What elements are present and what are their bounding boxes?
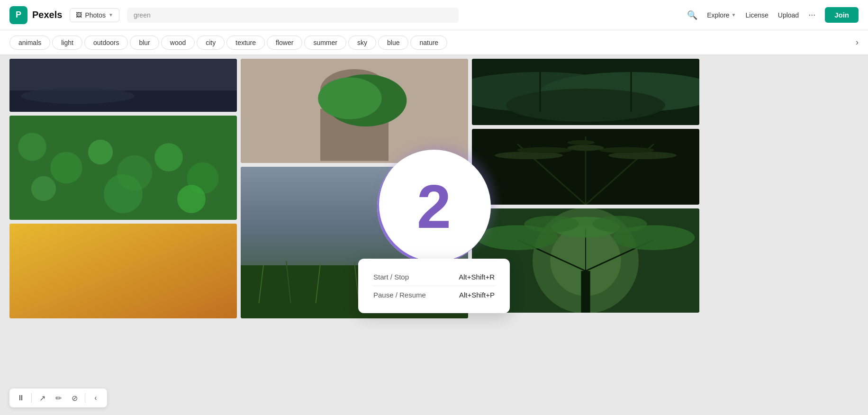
svg-point-2	[21, 88, 135, 104]
tags-next-arrow[interactable]: ›	[856, 37, 859, 47]
tag-animals[interactable]: animals	[9, 36, 50, 50]
image-person-plant[interactable]	[241, 59, 468, 163]
image-green-trees[interactable]	[472, 208, 699, 313]
eraser-icon: ⊘	[72, 394, 78, 403]
tag-blur[interactable]: blur	[130, 36, 159, 50]
tag-blue[interactable]: blue	[378, 36, 408, 50]
search-query: green	[134, 11, 151, 19]
image-grass-field[interactable]	[241, 167, 468, 318]
pen-icon: ✏	[55, 394, 62, 403]
svg-point-18	[318, 78, 381, 119]
photos-label: Photos	[85, 11, 106, 19]
pen-tool-button[interactable]: ✏	[52, 391, 65, 405]
col-3	[472, 59, 699, 411]
tag-wood[interactable]: wood	[161, 36, 195, 50]
tag-light[interactable]: light	[52, 36, 82, 50]
tags-row: animals light outdoors blur wood city te…	[0, 30, 868, 55]
explore-label: Explore	[707, 11, 729, 19]
eraser-tool-button[interactable]: ⊘	[68, 391, 81, 405]
image-banana-leaves[interactable]	[472, 59, 699, 125]
svg-rect-48	[581, 271, 590, 313]
tag-texture[interactable]: texture	[226, 36, 265, 50]
image-yellow-warm[interactable]	[9, 224, 237, 318]
logo-name: Pexels	[32, 9, 62, 20]
svg-point-40	[517, 147, 572, 153]
main-grid: 2 Start / Stop Alt+Shift+R Pause / Resum…	[0, 55, 868, 415]
explore-chevron-icon: ▼	[732, 12, 736, 18]
col-2	[241, 59, 468, 411]
svg-point-5	[50, 152, 82, 183]
svg-point-11	[104, 174, 143, 213]
back-icon: ‹	[94, 394, 97, 402]
image-dark-blue[interactable]	[9, 59, 237, 112]
arrow-tool-button[interactable]: ↗	[36, 391, 49, 405]
svg-rect-22	[241, 265, 468, 318]
toolbar-divider-1	[31, 393, 32, 403]
tag-outdoors[interactable]: outdoors	[84, 36, 128, 50]
license-link[interactable]: License	[746, 11, 769, 19]
svg-point-12	[177, 185, 206, 213]
more-options-button[interactable]: ···	[808, 10, 815, 20]
pause-icon: ⏸	[17, 394, 25, 402]
pexels-logo-icon[interactable]: P	[9, 6, 27, 24]
svg-point-8	[154, 143, 183, 171]
pause-button[interactable]: ⏸	[14, 391, 27, 405]
arrow-icon: ↗	[39, 394, 45, 403]
logo-wrapper: P Pexels	[9, 6, 62, 24]
tag-summer[interactable]: summer	[304, 36, 346, 50]
image-green-clover[interactable]	[9, 116, 237, 220]
svg-point-56	[592, 216, 647, 232]
search-icon[interactable]: 🔍	[687, 10, 697, 20]
upload-link[interactable]: Upload	[778, 11, 799, 19]
tag-city[interactable]: city	[197, 36, 225, 50]
bottom-toolbar: ⏸ ↗ ✏ ⊘ ‹	[9, 388, 107, 407]
chevron-down-icon: ▼	[108, 12, 113, 18]
header: P Pexels 🖼 Photos ▼ green 🔍 Explore ▼ Li…	[0, 0, 868, 30]
tag-nature[interactable]: nature	[410, 36, 447, 50]
tag-flower[interactable]: flower	[267, 36, 302, 50]
svg-point-10	[31, 176, 56, 201]
svg-point-42	[599, 147, 654, 153]
col-1	[9, 59, 237, 411]
search-bar[interactable]: green	[127, 8, 459, 23]
svg-point-55	[524, 216, 579, 232]
back-button[interactable]: ‹	[89, 391, 102, 405]
photos-dropdown-button[interactable]: 🖼 Photos ▼	[70, 8, 119, 22]
svg-point-43	[568, 145, 604, 151]
toolbar-divider-2	[85, 393, 85, 403]
svg-point-44	[568, 140, 595, 145]
svg-point-6	[88, 140, 113, 164]
svg-rect-13	[9, 224, 237, 318]
header-right: 🔍 Explore ▼ License Upload ··· Join	[687, 7, 859, 23]
join-button[interactable]: Join	[825, 7, 859, 23]
svg-point-4	[18, 133, 46, 161]
image-dark-palm[interactable]	[472, 129, 699, 205]
tag-sky[interactable]: sky	[348, 36, 376, 50]
explore-menu[interactable]: Explore ▼	[707, 11, 736, 19]
svg-point-32	[506, 89, 665, 122]
